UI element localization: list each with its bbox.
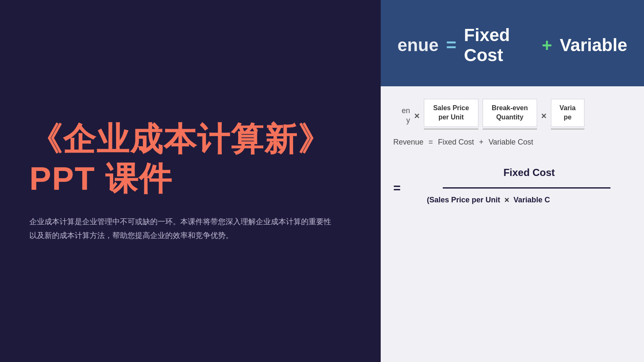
denom-x: ×: [504, 195, 509, 205]
x-operator-2: ×: [541, 111, 547, 122]
main-title: 《企业成本计算新》 PPT 课件: [29, 120, 351, 198]
variable-partial-header: Variable: [560, 35, 627, 55]
sales-price-group: Sales Price per Unit: [424, 99, 478, 129]
breakeven-numerator: Fixed Cost: [393, 167, 631, 178]
equals-fraction-row: =: [393, 181, 610, 195]
breakeven-section: Fixed Cost = (Sales Price per Unit × Var…: [381, 158, 644, 217]
right-panel: enue = Fixed Cost + Variable en y × Sale…: [381, 0, 644, 362]
breakeven-quantity-group: Break-even Quantity: [483, 99, 537, 129]
partial-en: en: [402, 106, 410, 115]
breakeven-equals: =: [393, 181, 401, 195]
fixed-cost-label: Fixed Cost: [438, 138, 474, 147]
revenue-eq: =: [428, 138, 433, 147]
variable-partial-box: Varia pe: [551, 99, 584, 127]
denom-sales-price: (Sales Price per Unit: [427, 196, 500, 204]
formula-header: enue = Fixed Cost + Variable: [381, 0, 644, 86]
fraction-line: [443, 187, 610, 189]
revenue-formula-row: Revenue = Fixed Cost + Variable Cost: [389, 134, 636, 150]
plus-operator-header: +: [542, 35, 552, 55]
variable-partial-group: Varia pe: [551, 99, 584, 129]
revenue-partial: enue: [397, 35, 439, 55]
subtitle: 企业成本计算是企业管理中不可或缺的一环。本课件将带您深入理解企业成本计算的重要性…: [29, 215, 331, 242]
revenue-plus: +: [479, 138, 484, 147]
variable-cost-label: Variable Cost: [488, 138, 533, 147]
denom-variable: Variable C: [514, 196, 550, 204]
equals-operator-header: =: [446, 35, 457, 55]
breakeven-quantity-box: Break-even Quantity: [483, 99, 537, 127]
boxes-row: en y × Sales Price per Unit Break-even Q…: [389, 99, 636, 129]
x-operator-1: ×: [414, 111, 420, 122]
partial-y: y: [406, 116, 410, 125]
left-panel: 《企业成本计算新》 PPT 课件 企业成本计算是企业管理中不可或缺的一环。本课件…: [0, 0, 381, 362]
revenue-label: Revenue: [393, 138, 423, 147]
middle-section: en y × Sales Price per Unit Break-even Q…: [381, 86, 644, 158]
fixed-cost-header: Fixed Cost: [464, 25, 535, 65]
sales-price-box: Sales Price per Unit: [424, 99, 478, 127]
denominator-row: (Sales Price per Unit × Variable C: [393, 195, 550, 205]
